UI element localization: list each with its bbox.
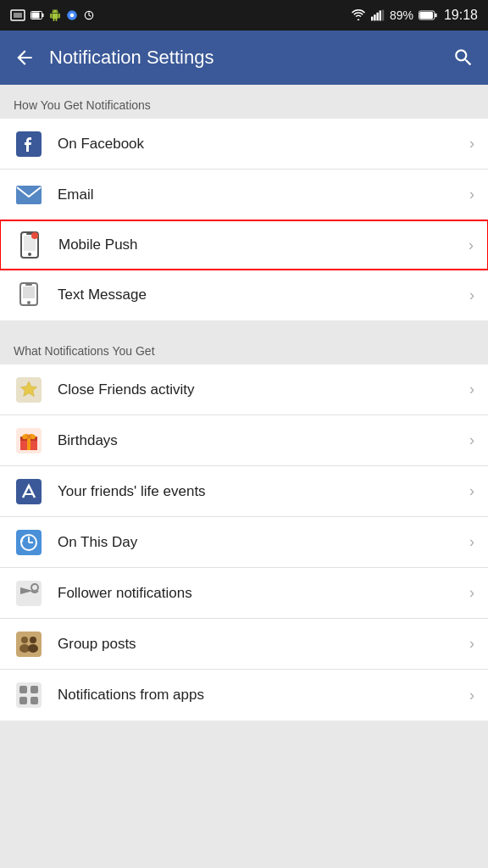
apps-label: Notifications from apps <box>58 687 469 704</box>
apps-chevron: › <box>469 687 474 704</box>
svg-rect-49 <box>16 682 42 708</box>
svg-rect-3 <box>42 14 44 17</box>
svg-rect-26 <box>25 284 32 286</box>
list-item-mobile-push[interactable]: Mobile Push › <box>0 220 488 270</box>
small-battery-icon <box>30 11 44 19</box>
on-facebook-chevron: › <box>469 135 474 153</box>
status-bar-left <box>10 9 95 21</box>
content: How You Get Notifications On Facebook › … <box>0 85 488 721</box>
svg-rect-36 <box>16 479 42 504</box>
status-bar-right: 89% 19:18 <box>351 8 478 23</box>
list-item-group-posts[interactable]: Group posts › <box>0 619 488 670</box>
life-events-icon <box>14 476 44 507</box>
close-friends-chevron: › <box>469 381 474 398</box>
life-events-label: Your friends' life events <box>58 483 469 500</box>
what-you-get-list: Close Friends activity › Birthdays <box>0 364 488 721</box>
svg-rect-10 <box>376 13 378 21</box>
list-item-email[interactable]: Email › <box>0 170 488 220</box>
app-bar: Notification Settings <box>0 31 488 85</box>
svg-point-6 <box>70 14 75 18</box>
on-this-day-chevron: › <box>469 533 474 551</box>
svg-rect-50 <box>19 686 27 693</box>
svg-rect-12 <box>382 10 384 21</box>
facebook-icon <box>14 129 44 159</box>
group-posts-label: Group posts <box>58 636 469 653</box>
birthdays-chevron: › <box>469 431 474 449</box>
svg-rect-24 <box>23 287 35 298</box>
list-item-on-this-day[interactable]: On This Day › <box>0 517 488 568</box>
on-this-day-icon <box>14 527 44 558</box>
svg-rect-51 <box>30 686 38 693</box>
svg-point-48 <box>28 644 38 653</box>
follower-label: Follower notifications <box>58 585 469 602</box>
wifi-icon <box>351 9 366 21</box>
svg-rect-17 <box>16 186 42 204</box>
extra-icon <box>83 9 95 21</box>
how-you-get-list: On Facebook › Email › <box>0 119 488 320</box>
chrome-icon <box>66 9 78 21</box>
search-button[interactable] <box>452 47 474 69</box>
list-item-on-facebook[interactable]: On Facebook › <box>0 119 488 170</box>
close-friends-label: Close Friends activity <box>58 381 469 398</box>
email-icon <box>14 180 44 210</box>
on-facebook-label: On Facebook <box>58 136 469 153</box>
star-icon <box>14 375 44 405</box>
list-item-close-friends[interactable]: Close Friends activity › <box>0 364 488 415</box>
group-posts-chevron: › <box>469 635 474 653</box>
svg-rect-14 <box>435 14 436 18</box>
svg-point-25 <box>27 301 30 304</box>
status-bar: 89% 19:18 <box>0 0 488 31</box>
svg-point-45 <box>21 637 28 643</box>
text-message-label: Text Message <box>58 287 469 303</box>
svg-rect-8 <box>371 17 373 21</box>
text-message-icon <box>14 280 44 310</box>
birthdays-label: Birthdays <box>58 432 469 449</box>
signal-icon <box>371 9 385 21</box>
svg-rect-9 <box>374 14 375 20</box>
svg-point-35 <box>27 434 31 438</box>
section-header-how: How You Get Notifications <box>0 85 488 119</box>
svg-rect-15 <box>419 12 433 19</box>
list-item-apps[interactable]: Notifications from apps › <box>0 670 488 721</box>
email-chevron: › <box>469 186 474 203</box>
mobile-push-label: Mobile Push <box>58 236 469 253</box>
list-item-text-message[interactable]: Text Message › <box>0 270 488 320</box>
follower-icon <box>14 578 44 609</box>
page-title: Notification Settings <box>49 47 439 69</box>
list-item-follower[interactable]: Follower notifications › <box>0 568 488 619</box>
android-icon <box>49 9 61 21</box>
svg-rect-11 <box>380 10 381 20</box>
time-display: 19:18 <box>444 8 478 23</box>
svg-point-20 <box>28 253 31 256</box>
section-header-what: What Notifications You Get <box>0 331 488 364</box>
screenshot-icon <box>10 9 25 21</box>
follower-chevron: › <box>469 584 474 602</box>
svg-point-22 <box>31 232 38 239</box>
text-message-chevron: › <box>469 287 474 304</box>
back-button[interactable] <box>14 47 36 69</box>
svg-rect-4 <box>32 13 40 19</box>
email-label: Email <box>58 186 469 203</box>
gift-icon <box>14 426 44 456</box>
list-item-birthdays[interactable]: Birthdays › <box>0 415 488 466</box>
on-this-day-label: On This Day <box>58 534 469 551</box>
svg-rect-53 <box>30 697 38 704</box>
mobile-push-chevron: › <box>469 236 474 254</box>
svg-rect-44 <box>16 632 42 657</box>
svg-rect-52 <box>19 697 27 704</box>
battery-text: 89% <box>390 8 413 22</box>
apps-icon <box>14 680 44 710</box>
svg-point-47 <box>30 637 36 643</box>
mobile-push-icon <box>14 230 45 260</box>
battery-icon <box>419 10 437 20</box>
group-posts-icon <box>14 629 44 659</box>
list-item-life-events[interactable]: Your friends' life events › <box>0 466 488 517</box>
svg-rect-1 <box>14 13 22 18</box>
life-events-chevron: › <box>469 482 474 500</box>
